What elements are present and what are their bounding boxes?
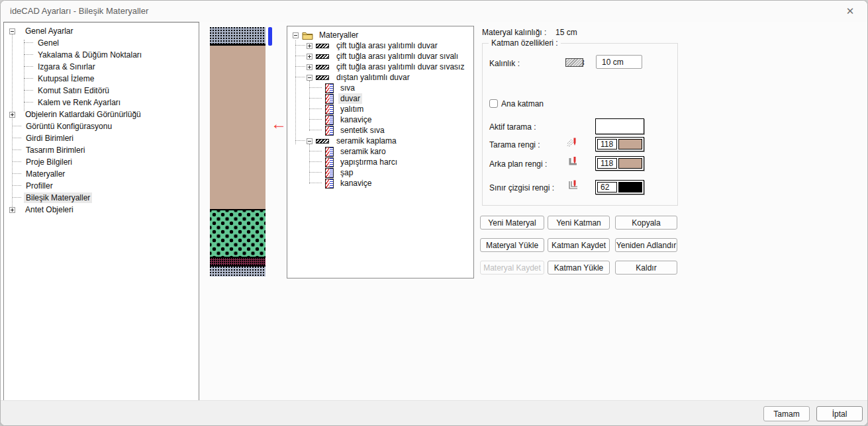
collapse-icon[interactable] bbox=[9, 28, 15, 34]
hatch-color-control[interactable]: 118 bbox=[595, 137, 644, 151]
tree-item-sap[interactable]: şap bbox=[287, 167, 473, 178]
tree-connector bbox=[295, 77, 305, 78]
new-material-button[interactable]: Yeni Materyal bbox=[480, 216, 544, 230]
sidebar-item-label: Izgara & Sınırlar bbox=[36, 62, 97, 72]
background-color-index: 118 bbox=[597, 158, 617, 169]
tree-item-materyaller-root[interactable]: Materyaller bbox=[287, 30, 473, 40]
save-layer-button[interactable]: Katman Kaydet bbox=[548, 238, 610, 252]
tree-item-label: şap bbox=[338, 167, 355, 178]
sidebar-item-materyaller[interactable]: Materyaller bbox=[4, 168, 199, 180]
collapse-icon[interactable] bbox=[307, 138, 313, 144]
tree-connector bbox=[309, 108, 322, 110]
collapse-icon[interactable] bbox=[293, 32, 299, 38]
sidebar-item-girdi-birimleri[interactable]: Girdi Birimleri bbox=[4, 132, 199, 144]
cancel-button[interactable]: İptal bbox=[816, 406, 863, 421]
sidebar-item-kutupsal-izleme[interactable]: Kutupsal İzleme bbox=[4, 73, 199, 85]
remove-button[interactable]: Kaldır bbox=[615, 261, 677, 275]
layer-icon bbox=[325, 126, 334, 136]
tree-item-yapistirma-harci[interactable]: yapıştırma harcı bbox=[287, 157, 473, 167]
sidebar-item-profiller[interactable]: Profiller bbox=[4, 180, 199, 192]
tree-item-seramik-karo[interactable]: seramik karo bbox=[287, 146, 473, 157]
active-hatch-label: Aktif tarama : bbox=[489, 122, 536, 132]
tree-item-label: kanaviçe bbox=[338, 178, 373, 189]
material-icon bbox=[316, 139, 329, 144]
sidebar-item-komut-satiri-editoru[interactable]: Komut Satırı Editörü bbox=[4, 85, 199, 97]
close-icon[interactable]: ✕ bbox=[840, 3, 861, 19]
sidebar-item-izgara-sinirlar[interactable]: Izgara & Sınırlar bbox=[4, 61, 199, 73]
sidebar-item-goruntu-konfigurasyonu[interactable]: Görüntü Konfigürasyonu bbox=[4, 120, 199, 132]
copy-button[interactable]: Kopyala bbox=[615, 216, 677, 230]
save-material-button[interactable]: Materyal Kaydet bbox=[480, 261, 544, 275]
preview-layer-duvar[interactable] bbox=[210, 46, 265, 209]
tree-item-cift-tugla-arasi-yalitimli-duvar-sivali[interactable]: çift tuğla arası yalıtımlı duvar sıvalı bbox=[287, 51, 473, 62]
tree-connector bbox=[24, 78, 33, 79]
title-bar: ideCAD Ayarları - Bileşik Materyaller ✕ bbox=[1, 1, 867, 22]
tree-connector bbox=[12, 34, 13, 212]
background-color-control[interactable]: 118 bbox=[595, 156, 644, 171]
sidebar-item-yakalama-dugum-noktalari[interactable]: Yakalama & Düğüm Noktaları bbox=[4, 49, 199, 61]
sidebar-item-genel-ayarlar[interactable]: Genel Ayarlar bbox=[4, 25, 199, 37]
tree-item-cift-tugla-arasi-yalitimli-duvar[interactable]: çift tuğla arası yalıtımlı duvar bbox=[287, 40, 473, 51]
preview-layer-kanavice[interactable] bbox=[210, 258, 265, 267]
layer-properties-group: Katman özellikleri : Kalınlık : ↕ Ana ka… bbox=[482, 43, 678, 206]
tree-item-siva[interactable]: sıva bbox=[287, 83, 473, 93]
sidebar-item-label: Genel Ayarlar bbox=[23, 26, 75, 36]
tree-item-label: çift tuğla arası yalıtımlı duvar sıvasız bbox=[334, 62, 466, 72]
tree-item-kanavice-2[interactable]: kanaviçe bbox=[287, 178, 473, 189]
tree-item-kanavice[interactable]: kanaviçe bbox=[287, 114, 473, 125]
rename-button[interactable]: Yeniden Adlandır bbox=[615, 238, 677, 252]
expand-icon[interactable] bbox=[9, 207, 15, 213]
preview-layer-sentetik-siva[interactable] bbox=[210, 267, 265, 277]
sidebar-item-antet-objeleri[interactable]: Antet Objeleri bbox=[4, 204, 199, 216]
tree-item-yalitim[interactable]: yalıtım bbox=[287, 104, 473, 114]
tree-connector bbox=[295, 66, 305, 67]
layer-icon bbox=[325, 179, 334, 189]
tree-item-label-selected: duvar bbox=[338, 93, 362, 104]
tree-item-duvar[interactable]: duvar bbox=[287, 93, 473, 104]
new-layer-button[interactable]: Yeni Katman bbox=[548, 216, 610, 230]
tree-item-distan-yalitimli-duvar[interactable]: dıştan yalıtımlı duvar bbox=[287, 72, 473, 83]
tree-connector bbox=[12, 185, 21, 187]
active-hatch-swatch[interactable] bbox=[595, 118, 644, 134]
sidebar-item-label: Yakalama & Düğüm Noktaları bbox=[36, 50, 144, 60]
sidebar-item-label: Genel bbox=[36, 38, 61, 48]
tree-item-sentetik-siva[interactable]: sentetik sıva bbox=[287, 125, 473, 136]
sidebar-item-bilesik-materyaller[interactable]: Bileşik Materyaller bbox=[4, 192, 199, 204]
sidebar-item-genel[interactable]: Genel bbox=[4, 37, 199, 49]
main-layer-checkbox[interactable] bbox=[489, 99, 498, 108]
sidebar-item-label: Kutupsal İzleme bbox=[36, 73, 96, 84]
load-layer-button[interactable]: Katman Yükle bbox=[548, 261, 610, 275]
sidebar-item-label: Proje Bilgileri bbox=[24, 157, 74, 167]
material-icon bbox=[316, 54, 329, 59]
expand-icon[interactable] bbox=[307, 43, 313, 49]
tree-connector bbox=[24, 66, 33, 67]
sidebar-item-kalem-ve-renk-ayarlari[interactable]: Kalem ve Renk Ayarları bbox=[4, 97, 199, 108]
sidebar-item-label: Materyaller bbox=[24, 169, 67, 179]
selected-layer-arrow-icon: ← bbox=[269, 114, 288, 133]
tree-item-cift-tugla-arasi-yalitimli-duvar-sivasiz[interactable]: çift tuğla arası yalıtımlı duvar sıvasız bbox=[287, 62, 473, 72]
ok-button[interactable]: Tamam bbox=[763, 406, 810, 421]
expand-icon[interactable] bbox=[307, 64, 313, 70]
sidebar-item-tasarim-birimleri[interactable]: Tasarım Birimleri bbox=[4, 144, 199, 156]
load-material-button[interactable]: Materyal Yükle bbox=[480, 238, 544, 252]
expand-icon[interactable] bbox=[9, 112, 15, 118]
tree-item-label: dıştan yalıtımlı duvar bbox=[334, 72, 412, 83]
thickness-icon: ↕ bbox=[565, 58, 583, 67]
tree-connector bbox=[309, 172, 322, 173]
settings-tree: Genel Ayarlar Genel Yakalama & Düğüm Nok… bbox=[4, 25, 199, 216]
sidebar-item-proje-bilgileri[interactable]: Proje Bilgileri bbox=[4, 156, 199, 168]
collapse-icon[interactable] bbox=[307, 75, 313, 81]
sidebar-item-label: Antet Objeleri bbox=[23, 204, 75, 215]
tree-item-seramik-kaplama[interactable]: seramik kaplama bbox=[287, 136, 473, 146]
thickness-input[interactable] bbox=[596, 55, 642, 69]
expand-icon[interactable] bbox=[307, 54, 313, 60]
main-layer-label: Ana katman bbox=[501, 99, 544, 108]
tree-connector bbox=[12, 138, 21, 139]
sidebar-item-objelerin-katlardaki-gorunurlugu[interactable]: Objelerin Katlardaki Görünürlüğü bbox=[4, 108, 199, 120]
border-color-control[interactable]: 62 bbox=[595, 180, 644, 194]
preview-layer-siva[interactable] bbox=[210, 27, 265, 46]
border-color-swatch bbox=[618, 182, 642, 192]
sidebar-item-label: Profiller bbox=[24, 181, 55, 191]
hatch-color-index: 118 bbox=[597, 139, 617, 149]
preview-layer-yalitim[interactable] bbox=[210, 209, 265, 258]
